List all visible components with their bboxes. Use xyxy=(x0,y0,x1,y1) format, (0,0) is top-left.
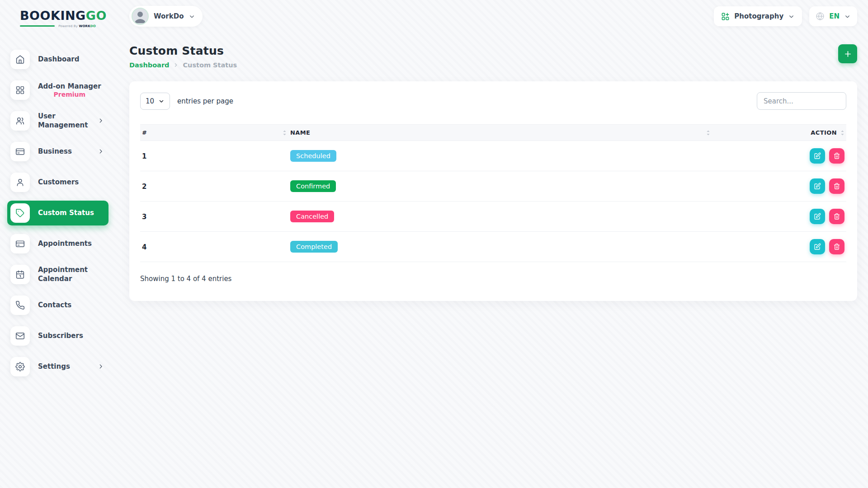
chevron-right-icon xyxy=(98,363,104,370)
home-icon xyxy=(10,50,30,69)
page-header: Custom Status Dashboard Custom Status xyxy=(129,44,857,69)
chevron-down-icon xyxy=(844,13,851,20)
column-header-action[interactable]: ACTION xyxy=(712,125,846,141)
chevron-right-icon xyxy=(98,148,104,155)
sidebar-item-label: User Management xyxy=(38,112,90,130)
breadcrumb-current: Custom Status xyxy=(183,61,237,69)
edit-button[interactable] xyxy=(810,178,825,194)
module-label: Photography xyxy=(734,12,783,20)
sidebar-item-label: Appointments xyxy=(38,239,92,248)
status-badge: Cancelled xyxy=(290,211,334,223)
search-input[interactable] xyxy=(757,92,846,110)
add-status-button[interactable] xyxy=(838,44,857,63)
sort-icon xyxy=(706,130,710,136)
language-label: EN xyxy=(829,12,840,20)
app-root: BOOKINGGO Powered By WORKDO Dashboard Ad… xyxy=(0,0,868,488)
trash-icon xyxy=(833,213,840,220)
trash-icon xyxy=(833,152,840,160)
sidebar-item-label: Business xyxy=(38,147,72,156)
sidebar-item-label: Appointment Calendar xyxy=(38,265,104,284)
brand-name: BOOKINGGO xyxy=(20,9,116,23)
column-header-name[interactable]: NAME xyxy=(288,125,712,141)
delete-button[interactable] xyxy=(829,239,844,254)
sidebar-item-label: Customers xyxy=(38,178,79,187)
main-area: WorkDo Photography EN Custom Status xyxy=(116,0,868,488)
sidebar-item-label: Contacts xyxy=(38,300,71,310)
sort-icon xyxy=(840,130,844,136)
row-number: 2 xyxy=(142,183,146,191)
column-header-number[interactable]: # xyxy=(140,125,288,141)
sidebar-item-label: Custom Status xyxy=(38,208,94,217)
page-title: Custom Status xyxy=(129,44,237,57)
chevron-down-icon xyxy=(189,13,195,20)
entries-per-page-select[interactable]: 10 xyxy=(140,93,170,110)
sidebar-item-label: Settings xyxy=(38,362,70,371)
sidebar-item-business[interactable]: Business xyxy=(7,139,108,164)
language-dropdown[interactable]: EN xyxy=(809,6,857,26)
breadcrumb-dashboard-link[interactable]: Dashboard xyxy=(129,61,169,69)
table-header-row: # NAME ACTION xyxy=(140,125,846,141)
chevron-down-icon xyxy=(158,98,165,104)
sidebar-item-label: Dashboard xyxy=(38,55,79,64)
delete-button[interactable] xyxy=(829,209,844,224)
edit-icon xyxy=(814,213,821,220)
brand-logo[interactable]: BOOKINGGO Powered By WORKDO xyxy=(0,7,116,28)
chevron-right-icon xyxy=(173,62,179,68)
sidebar-item-contacts[interactable]: Contacts xyxy=(7,293,108,318)
chevron-down-icon xyxy=(788,13,795,20)
row-number: 1 xyxy=(142,152,146,160)
grid-plus-icon xyxy=(721,12,730,21)
status-table: # NAME ACTION 1 Scheduled xyxy=(140,124,846,262)
table-row: 2 Confirmed xyxy=(140,171,846,202)
breadcrumb: Dashboard Custom Status xyxy=(129,61,237,69)
delete-button[interactable] xyxy=(829,178,844,194)
row-number: 3 xyxy=(142,213,146,221)
sidebar: BOOKINGGO Powered By WORKDO Dashboard Ad… xyxy=(0,0,116,488)
gear-icon xyxy=(10,357,30,376)
table-controls: 10 entries per page xyxy=(140,92,846,110)
topbar: WorkDo Photography EN xyxy=(129,0,857,33)
sidebar-item-appointment-calendar[interactable]: Appointment Calendar xyxy=(7,262,108,287)
sidebar-item-user-management[interactable]: User Management xyxy=(7,108,108,133)
sidebar-item-addon-manager[interactable]: Add-on Manager Premium xyxy=(7,78,108,103)
chevron-right-icon xyxy=(98,117,104,124)
avatar xyxy=(132,8,149,25)
users-icon xyxy=(10,111,30,131)
credit-card-icon xyxy=(10,234,30,253)
sidebar-item-dashboard[interactable]: Dashboard xyxy=(7,47,108,72)
status-badge: Completed xyxy=(290,241,338,253)
edit-button[interactable] xyxy=(810,239,825,254)
table-row: 4 Completed xyxy=(140,232,846,262)
globe-icon xyxy=(816,12,825,21)
trash-icon xyxy=(833,243,840,250)
edit-icon xyxy=(814,243,821,250)
workspace-dropdown[interactable]: WorkDo xyxy=(129,6,203,27)
row-number: 4 xyxy=(142,243,146,251)
sidebar-nav: Dashboard Add-on Manager Premium User Ma… xyxy=(0,47,116,385)
status-badge: Confirmed xyxy=(290,180,336,192)
calendar-icon xyxy=(10,265,30,284)
sidebar-item-settings[interactable]: Settings xyxy=(7,354,108,379)
sidebar-item-subscribers[interactable]: Subscribers xyxy=(7,324,108,348)
edit-button[interactable] xyxy=(810,148,825,164)
topbar-right: Photography EN xyxy=(714,6,857,26)
entries-per-page-label: entries per page xyxy=(177,97,233,105)
sidebar-item-customers[interactable]: Customers xyxy=(7,170,108,195)
phone-icon xyxy=(10,296,30,315)
delete-button[interactable] xyxy=(829,148,844,164)
grid-icon xyxy=(10,80,30,100)
sidebar-item-label: Subscribers xyxy=(38,331,83,340)
module-dropdown[interactable]: Photography xyxy=(714,6,802,26)
trash-icon xyxy=(833,183,840,190)
plus-icon xyxy=(844,50,852,58)
edit-icon xyxy=(814,152,821,160)
tag-icon xyxy=(10,203,30,223)
table-row: 1 Scheduled xyxy=(140,141,846,171)
status-badge: Scheduled xyxy=(290,150,336,162)
sidebar-item-appointments[interactable]: Appointments xyxy=(7,231,108,256)
entries-per-page-value: 10 xyxy=(146,97,154,105)
credit-card-icon xyxy=(10,142,30,161)
mail-icon xyxy=(10,326,30,346)
sidebar-item-custom-status[interactable]: Custom Status xyxy=(7,201,108,225)
edit-button[interactable] xyxy=(810,209,825,224)
